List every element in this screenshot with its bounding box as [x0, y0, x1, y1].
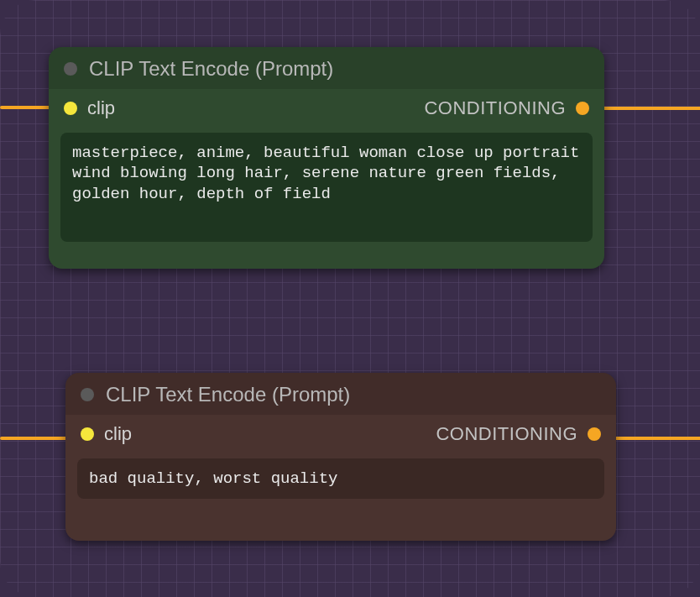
- wire-positive-input[interactable]: [0, 106, 54, 109]
- node-title: CLIP Text Encode (Prompt): [106, 383, 350, 406]
- output-port-icon[interactable]: [588, 427, 601, 441]
- output-label: CONDITIONING: [436, 423, 577, 445]
- node-title: CLIP Text Encode (Prompt): [89, 57, 333, 81]
- node-clip-text-encode-positive[interactable]: CLIP Text Encode (Prompt) clip CONDITION…: [49, 47, 604, 269]
- input-slot-clip[interactable]: clip: [81, 423, 132, 445]
- node-header[interactable]: CLIP Text Encode (Prompt): [49, 47, 604, 89]
- node-clip-text-encode-negative[interactable]: CLIP Text Encode (Prompt) clip CONDITION…: [65, 373, 616, 541]
- output-label: CONDITIONING: [424, 97, 566, 119]
- node-io-row: clip CONDITIONING: [65, 415, 616, 453]
- input-port-icon[interactable]: [64, 102, 77, 115]
- prompt-text-input[interactable]: bad quality, worst quality: [77, 458, 604, 499]
- prompt-text-input[interactable]: masterpiece, anime, beautiful woman clos…: [60, 133, 593, 242]
- output-port-icon[interactable]: [576, 102, 589, 115]
- wire-negative-output[interactable]: [613, 437, 700, 440]
- collapse-dot-icon[interactable]: [64, 62, 77, 76]
- input-port-icon[interactable]: [81, 427, 94, 441]
- output-slot-conditioning[interactable]: CONDITIONING: [424, 97, 589, 119]
- node-io-row: clip CONDITIONING: [49, 89, 604, 128]
- output-slot-conditioning[interactable]: CONDITIONING: [436, 423, 601, 445]
- wire-negative-input[interactable]: [0, 437, 71, 440]
- prompt-text-wrap: bad quality, worst quality: [65, 453, 616, 511]
- collapse-dot-icon[interactable]: [81, 388, 94, 401]
- input-slot-clip[interactable]: clip: [64, 97, 115, 119]
- node-header[interactable]: CLIP Text Encode (Prompt): [65, 373, 616, 415]
- input-label: clip: [87, 97, 115, 119]
- wire-positive-output[interactable]: [601, 107, 700, 110]
- prompt-text-wrap: masterpiece, anime, beautiful woman clos…: [49, 128, 604, 254]
- input-label: clip: [104, 423, 132, 445]
